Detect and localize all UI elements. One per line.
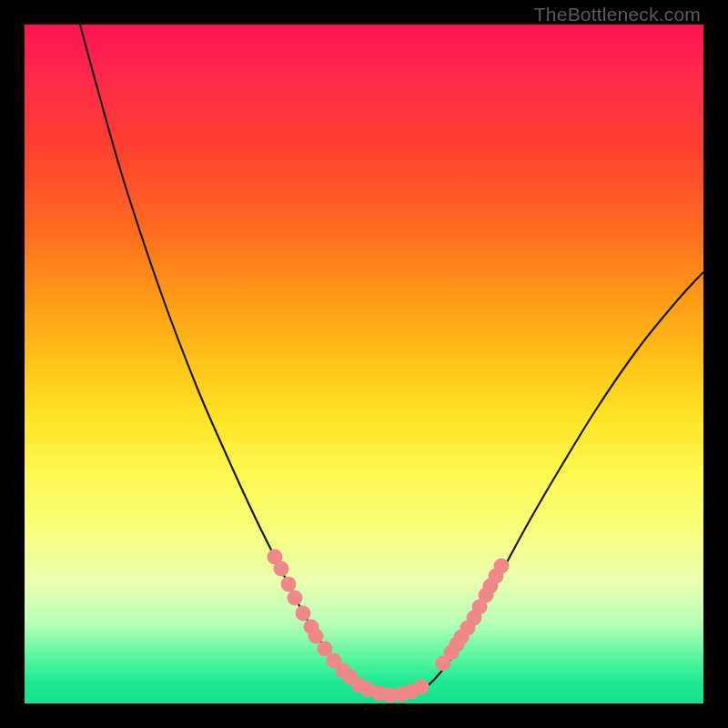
data-marker xyxy=(494,559,510,574)
data-marker xyxy=(274,561,289,577)
marker-cluster-bottom xyxy=(343,670,430,703)
chart-svg xyxy=(25,25,703,703)
data-marker xyxy=(414,680,430,695)
data-marker xyxy=(288,591,303,606)
data-marker xyxy=(296,606,311,622)
marker-cluster-left xyxy=(268,550,351,679)
chart-frame xyxy=(25,25,703,703)
marker-cluster-right xyxy=(436,559,510,672)
data-marker xyxy=(308,629,324,644)
watermark: TheBottleneck.com xyxy=(534,4,701,25)
bottleneck-curve xyxy=(80,25,703,696)
data-marker xyxy=(281,577,297,592)
